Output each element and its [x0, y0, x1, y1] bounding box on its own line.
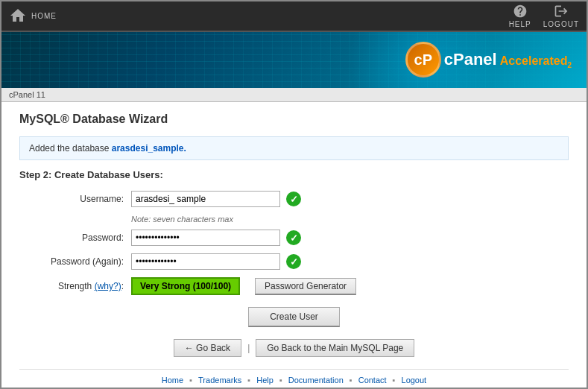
home-icon [9, 7, 27, 25]
go-back-button[interactable]: ← Go Back [174, 339, 241, 357]
action-row: Create User [19, 307, 569, 327]
top-nav-right: Help Logout [509, 4, 579, 28]
password-input[interactable] [131, 230, 280, 246]
password-label: Password: [34, 233, 131, 243]
nav-row: ← Go Back | Go Back to the Main MySQL Pa… [19, 339, 569, 357]
db-name: arasdesi_sample. [112, 143, 186, 154]
top-nav: Home Help Logout [1, 1, 587, 32]
logo-icon: cP [405, 42, 441, 78]
username-label: Username: [34, 194, 131, 204]
help-icon [513, 4, 528, 19]
create-user-form: Username: ✓ Note: seven characters max P… [34, 191, 569, 295]
logo-accelerated: Accelerated2 [500, 54, 572, 69]
help-nav-item[interactable]: Help [509, 4, 531, 28]
username-note: Note: seven characters max [131, 215, 569, 224]
page-title: MySQL® Database Wizard [19, 113, 569, 126]
logout-icon [554, 4, 569, 19]
username-row: Username: ✓ [34, 191, 569, 207]
logo-cpanel: cPanel [444, 50, 497, 69]
strength-input-wrap: Very Strong (100/100) Password Generator [131, 277, 356, 295]
help-label: Help [509, 20, 531, 28]
password-row: Password: ✓ [34, 230, 569, 246]
banner: cP cPanel Accelerated2 [1, 32, 587, 88]
breadcrumb: cPanel 11 [1, 88, 587, 102]
home-label: Home [31, 12, 57, 20]
logo-text: cPanel Accelerated2 [444, 50, 572, 69]
nav-separator: | [247, 343, 250, 353]
username-input-wrap: ✓ [131, 191, 301, 207]
logout-label: Logout [543, 20, 579, 28]
footer-trademarks-link[interactable]: Trademarks [198, 376, 241, 385]
home-nav-item[interactable]: Home [9, 7, 57, 25]
password-again-input-wrap: ✓ [131, 253, 301, 270]
step-title: Step 2: Create Database Users: [19, 169, 569, 180]
password-again-check-icon: ✓ [286, 254, 301, 269]
go-to-mysql-button[interactable]: Go Back to the Main MySQL Page [256, 339, 414, 357]
strength-badge: Very Strong (100/100) [131, 277, 240, 295]
create-user-button[interactable]: Create User [248, 307, 340, 327]
footer-documentation-link[interactable]: Documentation [288, 376, 344, 385]
password-input-wrap: ✓ [131, 230, 301, 246]
footer-help-link[interactable]: Help [256, 376, 274, 385]
strength-label: Strength (why?): [34, 281, 131, 291]
password-generator-button[interactable]: Password Generator [255, 278, 356, 295]
password-again-label: Password (Again): [34, 256, 131, 267]
footer-links: Home ▪ Trademarks ▪ Help ▪ Documentation… [19, 369, 569, 388]
footer-logout-link[interactable]: Logout [402, 376, 427, 385]
password-again-input[interactable] [131, 253, 280, 270]
info-message: Added the database arasdesi_sample. [19, 136, 569, 160]
footer-contact-link[interactable]: Contact [358, 376, 387, 385]
logout-nav-item[interactable]: Logout [543, 4, 579, 28]
username-check-icon: ✓ [286, 192, 301, 206]
banner-logo: cP cPanel Accelerated2 [405, 42, 572, 78]
strength-why-link[interactable]: (why?) [95, 281, 121, 291]
content-area: MySQL® Database Wizard Added the databas… [1, 102, 587, 388]
strength-row: Strength (why?): Very Strong (100/100) P… [34, 277, 569, 295]
password-again-row: Password (Again): ✓ [34, 253, 569, 270]
password-check-icon: ✓ [286, 230, 301, 245]
username-input[interactable] [131, 191, 280, 207]
footer-home-link[interactable]: Home [162, 376, 183, 385]
